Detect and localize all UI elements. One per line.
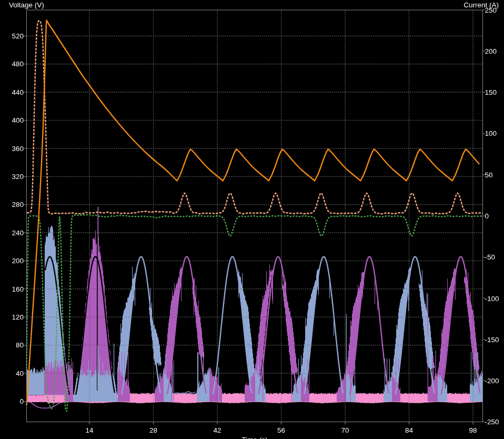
svg-text:150: 150 bbox=[485, 88, 497, 96]
svg-text:-50: -50 bbox=[485, 253, 496, 261]
svg-text:42: 42 bbox=[214, 426, 221, 434]
svg-text:240: 240 bbox=[12, 229, 24, 237]
svg-text:200: 200 bbox=[485, 47, 497, 55]
svg-text:120: 120 bbox=[12, 313, 24, 321]
svg-text:40: 40 bbox=[16, 370, 24, 377]
svg-text:Time (s): Time (s) bbox=[242, 436, 268, 439]
svg-text:70: 70 bbox=[341, 426, 349, 434]
svg-text:14: 14 bbox=[85, 426, 94, 434]
svg-text:160: 160 bbox=[12, 285, 24, 293]
svg-text:98: 98 bbox=[469, 426, 477, 434]
svg-text:28: 28 bbox=[149, 426, 157, 434]
svg-text:360: 360 bbox=[12, 145, 24, 153]
svg-text:320: 320 bbox=[12, 173, 24, 181]
svg-text:Voltage (V): Voltage (V) bbox=[9, 1, 44, 9]
svg-text:100: 100 bbox=[485, 129, 497, 137]
svg-text:200: 200 bbox=[12, 257, 24, 265]
svg-text:-250: -250 bbox=[485, 418, 499, 426]
svg-text:50: 50 bbox=[485, 171, 493, 179]
svg-text:0: 0 bbox=[485, 212, 489, 220]
svg-text:400: 400 bbox=[12, 116, 24, 124]
svg-text:80: 80 bbox=[16, 341, 24, 349]
svg-text:480: 480 bbox=[12, 60, 24, 68]
svg-text:84: 84 bbox=[405, 426, 414, 434]
svg-text:440: 440 bbox=[12, 88, 24, 96]
svg-text:-100: -100 bbox=[485, 295, 499, 303]
svg-text:0: 0 bbox=[19, 397, 24, 405]
svg-text:-200: -200 bbox=[485, 377, 499, 385]
svg-text:520: 520 bbox=[12, 32, 24, 40]
svg-text:280: 280 bbox=[12, 201, 24, 208]
svg-text:-150: -150 bbox=[485, 336, 499, 344]
svg-text:56: 56 bbox=[277, 426, 285, 434]
svg-text:Current (A): Current (A) bbox=[463, 1, 499, 9]
